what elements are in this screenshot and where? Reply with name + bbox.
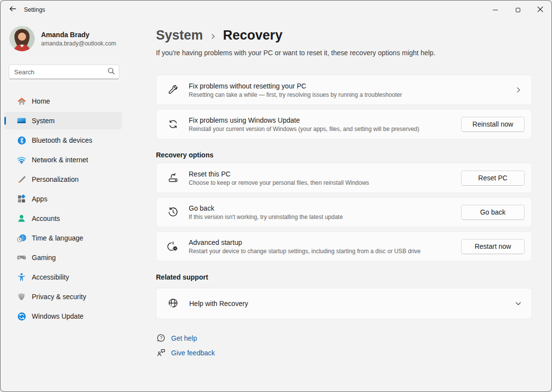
maximize-button[interactable]: [507, 1, 529, 19]
update-icon: [17, 311, 26, 321]
chevron-down-icon: [515, 300, 522, 307]
sync-icon: [167, 119, 179, 130]
card-title: Advanced startup: [189, 239, 455, 246]
search-icon: [108, 67, 115, 77]
card-title: Fix problems without resetting your PC: [189, 82, 509, 90]
card-description: If this version isn't working, try unins…: [189, 214, 455, 220]
page-subtitle: If you're having problems with your PC o…: [156, 49, 532, 57]
sidebar-item-personalization[interactable]: Personalization: [4, 171, 122, 188]
breadcrumb: System Recovery: [156, 28, 532, 43]
sidebar-item-windows-update[interactable]: Windows Update: [4, 307, 122, 325]
home-icon: [17, 96, 26, 106]
close-button[interactable]: [529, 1, 552, 19]
card-advanced-startup: Advanced startup Restart your device to …: [156, 231, 532, 261]
card-help-with-recovery[interactable]: ? Help with Recovery: [156, 288, 532, 319]
profile-name: Amanda Brady: [41, 31, 116, 39]
card-fix-problems-windows-update: Fix problems using Windows Update Reinst…: [156, 109, 532, 139]
svg-text:?: ?: [170, 304, 172, 308]
shield-icon: [17, 292, 26, 302]
window-title: Settings: [24, 6, 45, 13]
sidebar-item-label: Windows Update: [32, 312, 84, 320]
sidebar-item-label: Bluetooth & devices: [32, 136, 92, 144]
accessibility-icon: [17, 272, 26, 282]
reinstall-now-button[interactable]: Reinstall now: [461, 117, 525, 132]
feedback-icon: [156, 348, 166, 357]
apps-icon: [17, 194, 26, 204]
sidebar-nav: Home System: [4, 92, 148, 325]
restart-now-button[interactable]: Restart now: [461, 239, 525, 254]
globe-help-icon: ?: [167, 298, 179, 309]
sidebar-item-accessibility[interactable]: Accessibility: [4, 268, 122, 286]
bluetooth-icon: [17, 135, 26, 145]
sidebar-item-label: Apps: [32, 195, 47, 203]
sidebar-item-bluetooth-devices[interactable]: Bluetooth & devices: [4, 131, 122, 149]
sidebar-item-system[interactable]: System: [4, 112, 122, 130]
profile-email: amanda.brady@outlook.com: [41, 40, 116, 47]
section-recovery-options: Recovery options: [156, 151, 532, 159]
card-title: Reset this PC: [189, 170, 455, 178]
card-fix-problems-troubleshooter[interactable]: Fix problems without resetting your PC R…: [156, 75, 532, 105]
sidebar-item-label: Accounts: [32, 215, 60, 222]
history-icon: [167, 206, 179, 218]
help-card-title: Help with Recovery: [189, 300, 515, 307]
give-feedback-link[interactable]: Give feedback: [156, 348, 532, 357]
section-related-support: Related support: [156, 273, 532, 281]
get-help-link[interactable]: ? Get help: [156, 334, 532, 342]
breadcrumb-system[interactable]: System: [156, 28, 203, 43]
sidebar: Amanda Brady amanda.brady@outlook.com: [0, 19, 148, 392]
advanced-startup-icon: [167, 240, 179, 252]
give-feedback-label: Give feedback: [171, 349, 215, 357]
wrench-icon: [167, 84, 179, 96]
back-button[interactable]: [4, 2, 21, 17]
close-icon: [537, 5, 543, 14]
main-content: System Recovery If you're having problem…: [148, 19, 552, 392]
titlebar: Settings: [0, 0, 552, 19]
maximize-icon: [516, 8, 520, 12]
sidebar-item-apps[interactable]: Apps: [4, 190, 122, 208]
svg-text:?: ?: [160, 335, 162, 340]
sidebar-item-label: Network & internet: [32, 156, 88, 164]
card-go-back: Go back If this version isn't working, t…: [156, 197, 532, 227]
clock-globe-icon: [17, 233, 26, 243]
minimize-button[interactable]: [484, 1, 507, 19]
sidebar-item-label: Time & language: [32, 234, 83, 242]
search-input[interactable]: [14, 68, 108, 76]
chevron-right-icon: [515, 87, 522, 93]
card-description: Restart your device to change startup se…: [189, 248, 455, 255]
sidebar-item-label: Home: [32, 97, 50, 105]
gamepad-icon: [17, 253, 26, 262]
sidebar-item-accounts[interactable]: Accounts: [4, 210, 122, 227]
sidebar-item-gaming[interactable]: Gaming: [4, 249, 122, 266]
settings-window: Settings: [0, 0, 552, 392]
back-arrow-icon: [9, 5, 17, 15]
go-back-button[interactable]: Go back: [461, 205, 525, 220]
search-box[interactable]: [9, 65, 119, 79]
sidebar-item-label: Accessibility: [32, 273, 69, 281]
minimize-icon: [493, 10, 498, 10]
help-bubble-icon: ?: [156, 334, 166, 342]
sidebar-item-network-internet[interactable]: Network & internet: [4, 151, 122, 169]
card-title: Go back: [189, 204, 455, 212]
sidebar-item-time-language[interactable]: Time & language: [4, 229, 122, 247]
system-icon: [17, 116, 26, 126]
card-description: Resetting can take a while — first, try …: [189, 91, 509, 98]
card-title: Fix problems using Windows Update: [189, 116, 455, 124]
card-description: Choose to keep or remove your personal f…: [189, 179, 455, 186]
sidebar-item-label: Gaming: [32, 254, 56, 261]
brush-icon: [17, 174, 26, 184]
avatar: [9, 26, 35, 51]
sidebar-item-home[interactable]: Home: [4, 92, 122, 110]
card-reset-this-pc: Reset this PC Choose to keep or remove y…: [156, 163, 532, 193]
person-icon: [17, 214, 26, 223]
profile[interactable]: Amanda Brady amanda.brady@outlook.com: [9, 26, 148, 51]
reset-pc-icon: [167, 172, 179, 184]
sidebar-item-label: Personalization: [32, 175, 79, 183]
card-description: Reinstall your current version of Window…: [189, 126, 455, 132]
sidebar-item-privacy-security[interactable]: Privacy & security: [4, 288, 122, 305]
sidebar-item-label: System: [32, 117, 55, 125]
wifi-icon: [17, 155, 26, 165]
reset-pc-button[interactable]: Reset PC: [461, 171, 525, 186]
sidebar-item-label: Privacy & security: [32, 293, 86, 301]
breadcrumb-chevron-icon: [210, 33, 216, 40]
support-links: ? Get help Give feedback: [156, 334, 532, 357]
